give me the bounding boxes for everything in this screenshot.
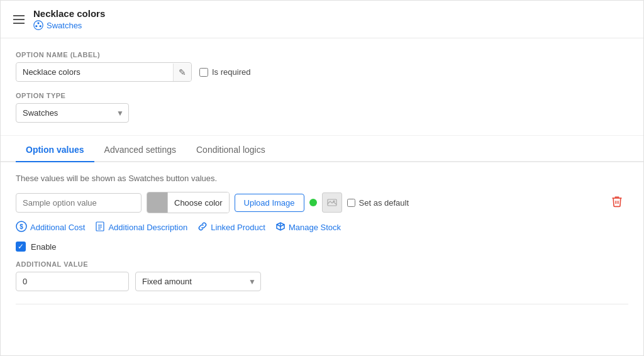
choose-color-label: Choose color: [167, 192, 229, 213]
header: Necklace colors Swatches: [1, 1, 643, 38]
option-name-row: ✎ Is required: [16, 62, 628, 82]
doc-icon: [95, 221, 105, 231]
additional-value-section: ADDITIONAL VALUE Fixed amount Percentage…: [16, 260, 628, 291]
box-icon: [275, 221, 286, 231]
svg-point-3: [35, 25, 37, 27]
link-icon: [197, 221, 208, 233]
swatches-icon: [33, 20, 43, 30]
svg-point-5: [333, 201, 335, 203]
image-placeholder: [322, 192, 342, 213]
delete-button[interactable]: [606, 192, 628, 213]
manage-stock-tab[interactable]: Manage Stock: [275, 221, 341, 234]
additional-description-tab[interactable]: Additional Description: [95, 221, 187, 234]
is-required-label[interactable]: Is required: [199, 67, 250, 77]
additional-value-row: Fixed amount Percentage ▼: [16, 272, 628, 291]
tab-advanced-settings[interactable]: Advanced settings: [94, 138, 186, 162]
additional-cost-label: Additional Cost: [30, 223, 85, 232]
option-values-section: These values will be shown as Swatches b…: [1, 162, 643, 316]
swatch-row: Choose color Upload Image Set as default: [16, 192, 628, 213]
color-preview: [147, 192, 167, 213]
manage-stock-label: Manage Stock: [289, 223, 341, 232]
svg-text:$: $: [19, 223, 23, 230]
stock-icon: [275, 221, 286, 233]
chain-icon: [197, 221, 208, 231]
page-title: Necklace colors: [33, 8, 105, 19]
additional-cost-icon: $: [16, 221, 27, 234]
trash-icon: [611, 195, 623, 208]
hint-text: These values will be shown as Swatches b…: [16, 174, 628, 183]
upload-image-button[interactable]: Upload Image: [235, 194, 304, 212]
set-as-default-label[interactable]: Set as default: [347, 198, 409, 208]
dollar-circle-icon: $: [16, 221, 27, 232]
svg-point-2: [40, 25, 42, 27]
set-as-default-checkbox[interactable]: [347, 199, 355, 207]
tab-conditional-logics[interactable]: Conditional logics: [186, 138, 275, 162]
linked-product-label: Linked Product: [211, 223, 265, 232]
is-required-checkbox[interactable]: [199, 68, 208, 77]
enable-checkbox[interactable]: ✓: [16, 242, 26, 252]
additional-value-input[interactable]: [16, 272, 129, 291]
tab-option-values[interactable]: Option values: [16, 138, 94, 162]
header-subtitle: Swatches: [33, 20, 105, 30]
subtitle-label: Swatches: [47, 21, 82, 30]
svg-point-1: [37, 22, 39, 24]
enable-row: ✓ Enable: [16, 242, 628, 252]
description-icon: [95, 221, 105, 233]
fixed-amount-select[interactable]: Fixed amount Percentage: [135, 272, 261, 291]
hamburger-menu[interactable]: [13, 15, 25, 24]
tabs-bar: Option values Advanced settings Conditio…: [1, 138, 643, 162]
sample-option-input[interactable]: [16, 193, 142, 213]
edit-icon[interactable]: ✎: [173, 64, 191, 81]
form-section: OPTION NAME (LABEL) ✎ Is required OPTION…: [1, 38, 643, 136]
fixed-amount-select-wrapper: Fixed amount Percentage ▼: [135, 272, 261, 291]
option-type-select[interactable]: Swatches: [16, 103, 129, 123]
svg-point-0: [34, 21, 43, 30]
enable-label: Enable: [31, 242, 56, 252]
additional-tabs: $ Additional Cost Additional Description: [16, 221, 628, 234]
bottom-divider: [16, 304, 628, 304]
header-info: Necklace colors Swatches: [33, 8, 105, 30]
option-name-input[interactable]: [16, 63, 173, 81]
color-dot-green: [309, 199, 317, 206]
option-name-label: OPTION NAME (LABEL): [16, 51, 628, 58]
option-name-field-wrapper: ✎: [16, 62, 192, 82]
additional-value-label: ADDITIONAL VALUE: [16, 260, 628, 268]
option-type-select-wrapper: Swatches ▼: [16, 103, 129, 123]
additional-description-label: Additional Description: [108, 223, 187, 232]
linked-product-tab[interactable]: Linked Product: [197, 221, 265, 234]
additional-cost-tab[interactable]: $ Additional Cost: [16, 221, 85, 234]
svg-rect-8: [96, 222, 104, 231]
option-type-label: OPTION TYPE: [16, 92, 628, 99]
choose-color-button[interactable]: Choose color: [147, 192, 230, 213]
